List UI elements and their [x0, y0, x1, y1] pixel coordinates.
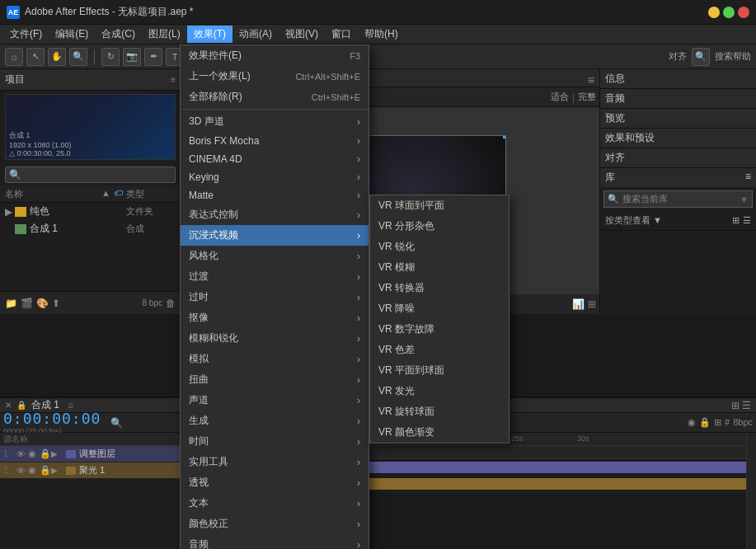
effect-time[interactable]: 时间 ›: [181, 431, 369, 452]
vr-sphere-to-plane[interactable]: VR 球面到平面: [370, 195, 509, 216]
effect-blur-sharpen[interactable]: 模糊和锐化 ›: [181, 328, 369, 349]
timeline-ctrl-3[interactable]: ⊞: [714, 417, 721, 428]
effect-stylize[interactable]: 风格化 ›: [181, 246, 369, 266]
comp-panel-menu[interactable]: ≡: [583, 73, 599, 87]
time-display[interactable]: 0:00:00:00: [3, 410, 101, 427]
color-icon[interactable]: 🎨: [36, 298, 49, 309]
grid-icon[interactable]: ⊞: [732, 215, 740, 226]
layer-row-1[interactable]: 1 👁 ◉ 🔒 ▶ 调整图层: [0, 446, 181, 462]
effect-channel[interactable]: 声道 ›: [181, 390, 369, 411]
vr-blur[interactable]: VR 模糊: [370, 257, 509, 278]
vr-submenu[interactable]: VR 球面到平面 VR 分形杂色 VR 锐化 VR 模糊 VR 转换器 VR 降…: [369, 195, 509, 443]
layer-lock-2[interactable]: 🔒: [40, 465, 51, 476]
expand-2[interactable]: ▶: [51, 466, 58, 475]
menu-animation[interactable]: 动画(A): [232, 26, 279, 43]
effect-simulate[interactable]: 模拟 ›: [181, 349, 369, 369]
effect-boris[interactable]: Boris FX Mocha ›: [181, 132, 369, 150]
project-menu-icon[interactable]: ≡: [171, 75, 176, 84]
list-icon[interactable]: ☰: [743, 215, 751, 226]
menu-layer[interactable]: 图层(L): [142, 26, 187, 43]
remove-all[interactable]: 全部移除(R) Ctrl+Shift+E: [181, 87, 369, 107]
effect-perspective[interactable]: 透视 ›: [181, 472, 369, 493]
layer-row-2[interactable]: 2 👁 ◉ 🔒 ▶ 聚光 1: [0, 462, 181, 479]
select-tool[interactable]: ↖: [26, 48, 45, 66]
close-timeline[interactable]: ✕: [5, 401, 12, 410]
effect-distort[interactable]: 扭曲 ›: [181, 369, 369, 390]
library-search-box[interactable]: 🔍 搜索当前库 ▼: [603, 190, 753, 208]
rotate-tool[interactable]: ↻: [101, 48, 120, 66]
vr-color-gradients[interactable]: VR 颜色渐变: [370, 422, 509, 443]
new-comp-icon[interactable]: 🎬: [21, 298, 33, 309]
vr-converter[interactable]: VR 转换器: [370, 278, 509, 298]
effect-utility[interactable]: 实用工具 ›: [181, 452, 369, 472]
vr-glow[interactable]: VR 发光: [370, 381, 509, 401]
import-icon[interactable]: ⬆: [52, 298, 60, 309]
browse-type-row[interactable]: 按类型查看 ▼ ⊞ ☰: [600, 211, 756, 230]
effect-obsolete[interactable]: 过时 ›: [181, 287, 369, 307]
pen-tool[interactable]: ✒: [144, 48, 162, 66]
menu-composition[interactable]: 合成(C): [95, 26, 142, 43]
layer-vis-1[interactable]: 👁: [16, 449, 28, 459]
delete-icon[interactable]: 🗑: [166, 298, 176, 309]
home-button[interactable]: ⌂: [5, 48, 23, 66]
vr-sharpen[interactable]: VR 锐化: [370, 237, 509, 257]
minimize-button[interactable]: [708, 7, 720, 18]
effect-keyer[interactable]: 抠像 ›: [181, 307, 369, 328]
hand-tool[interactable]: ✋: [48, 48, 66, 66]
new-folder-icon[interactable]: 📁: [5, 298, 17, 309]
vr-denoise[interactable]: VR 降噪: [370, 298, 509, 319]
audio-header[interactable]: 音频: [600, 89, 756, 108]
effect-expression[interactable]: 表达式控制 ›: [181, 204, 369, 225]
camera-tool[interactable]: 📷: [123, 48, 141, 66]
effect-cinema4d[interactable]: CINEMA 4D ›: [181, 150, 369, 168]
menu-effect[interactable]: 效果(T): [187, 26, 232, 43]
zoom-tool[interactable]: 🔍: [69, 48, 87, 66]
timeline-ctrl-4[interactable]: #: [725, 417, 730, 428]
vr-rotate-sphere[interactable]: VR 旋转球面: [370, 401, 509, 422]
previous-effect[interactable]: 上一个效果(L) Ctrl+Alt+Shift+E: [181, 66, 369, 87]
maximize-button[interactable]: [723, 7, 735, 18]
timeline-ctrl-2[interactable]: 🔒: [699, 417, 711, 428]
effect-keying[interactable]: Keying ›: [181, 168, 369, 186]
info-header[interactable]: 信息: [600, 69, 756, 88]
layer-lock-1[interactable]: 🔒: [40, 448, 51, 459]
search-input[interactable]: [25, 170, 171, 180]
search-help[interactable]: 🔍: [692, 48, 710, 66]
library-dropdown-icon[interactable]: ▼: [740, 195, 749, 204]
menu-file[interactable]: 文件(F): [3, 26, 49, 43]
grid-view[interactable]: ⊞: [588, 298, 596, 310]
effect-text[interactable]: 文本 ›: [181, 493, 369, 514]
vr-plane-to-sphere[interactable]: VR 平面到球面: [370, 360, 509, 381]
align-header[interactable]: 对齐: [600, 148, 756, 167]
search-timeline[interactable]: 🔍: [110, 417, 123, 429]
project-item-folder[interactable]: ▶ 纯色 文件夹: [0, 203, 181, 220]
expand-1[interactable]: ▶: [51, 449, 58, 458]
effect-generate[interactable]: 生成 ›: [181, 411, 369, 431]
vr-fractal-noise[interactable]: VR 分形杂色: [370, 216, 509, 237]
effect-audio[interactable]: 音频 ›: [181, 534, 369, 549]
close-button[interactable]: [738, 7, 749, 18]
effect-controls[interactable]: 效果控件(E) F3: [181, 45, 369, 66]
scroll-bar[interactable]: [746, 433, 756, 549]
layer-solo-1[interactable]: ◉: [28, 448, 40, 459]
effects-presets-header[interactable]: 效果和预设: [600, 129, 756, 148]
layer-vis-2[interactable]: 👁: [16, 466, 28, 476]
library-header[interactable]: 库 ≡: [600, 168, 756, 187]
effect-3d-sound[interactable]: 3D 声道 ›: [181, 111, 369, 132]
menu-window[interactable]: 窗口: [325, 26, 358, 43]
menu-help[interactable]: 帮助(H): [358, 26, 405, 43]
timeline-ctrl-1[interactable]: ◉: [688, 417, 696, 428]
effect-transition[interactable]: 过渡 ›: [181, 266, 369, 287]
effect-menu[interactable]: 效果控件(E) F3 上一个效果(L) Ctrl+Alt+Shift+E 全部移…: [180, 45, 369, 549]
effect-immersive[interactable]: 沉浸式视频 ›: [181, 225, 369, 246]
vr-chromatic-aberration[interactable]: VR 色差: [370, 340, 509, 360]
layer-solo-2[interactable]: ◉: [28, 465, 40, 476]
preview-header[interactable]: 预览: [600, 109, 756, 128]
effect-color-correction[interactable]: 颜色校正 ›: [181, 514, 369, 534]
lock-icon[interactable]: 🔒: [16, 401, 26, 410]
menu-edit[interactable]: 编辑(E): [49, 26, 95, 43]
vr-digital-glitch[interactable]: VR 数字故障: [370, 319, 509, 340]
project-item-comp[interactable]: 合成 1 合成: [0, 220, 181, 237]
menu-view[interactable]: 视图(V): [279, 26, 325, 43]
effect-matte[interactable]: Matte ›: [181, 186, 369, 204]
